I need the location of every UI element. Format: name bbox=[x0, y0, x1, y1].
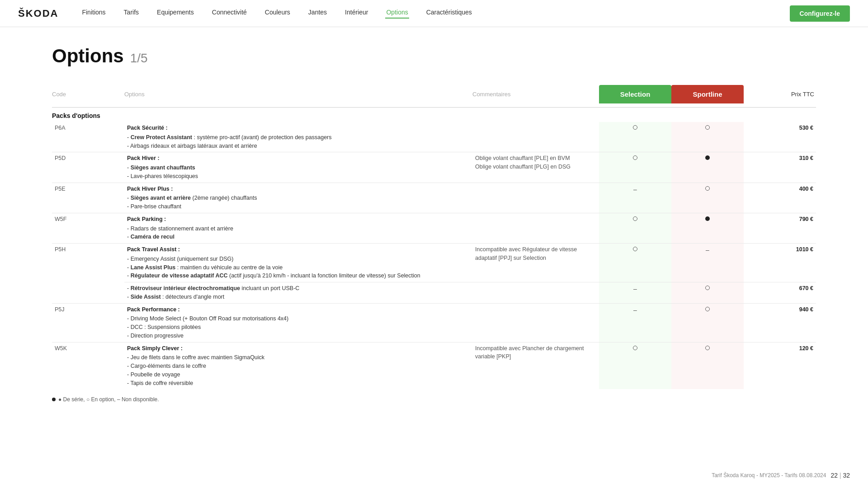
dot-empty-icon bbox=[633, 125, 637, 130]
option-item: - Pare-brise chauffant bbox=[127, 202, 470, 211]
pack-options: Pack Parking : - Radars de stationnement… bbox=[124, 213, 472, 243]
pack-commentaire bbox=[472, 122, 599, 152]
pack-commentaire bbox=[472, 183, 599, 213]
table-row: W5K Pack Simply Clever : - Jeu de filets… bbox=[52, 342, 816, 389]
pack-selection: – bbox=[599, 183, 671, 213]
pack-selection bbox=[599, 213, 671, 243]
nav-links: Finitions Tarifs Equipements Connectivit… bbox=[81, 9, 789, 19]
table-row: P5E Pack Hiver Plus : - Sièges avant et … bbox=[52, 183, 816, 213]
dot-filled-icon bbox=[705, 155, 710, 160]
col-header-prix: Prix TTC bbox=[744, 91, 816, 98]
pack-prix: 310 € bbox=[744, 152, 816, 183]
option-item: - Sièges avant et arrière (2ème rangée) … bbox=[127, 194, 470, 202]
col-header-commentaires: Commentaires bbox=[472, 91, 599, 98]
section-title-packs: Packs d'options bbox=[52, 108, 816, 122]
configurez-button[interactable]: Configurez-le bbox=[790, 5, 850, 22]
pack-options: Pack Travel Assist : - Emergency Assist … bbox=[124, 244, 472, 282]
table-header: Code Options Commentaires Selection Spor… bbox=[52, 85, 816, 108]
pack-name: Pack Hiver Plus : bbox=[127, 185, 470, 193]
nav-jantes[interactable]: Jantes bbox=[307, 9, 328, 19]
pack-name: Pack Travel Assist : bbox=[127, 245, 470, 254]
pack-selection bbox=[599, 122, 671, 152]
pack-prix: 940 € bbox=[744, 303, 816, 342]
option-item: - Cargo-éléments dans le coffre bbox=[127, 362, 470, 371]
dot-empty-icon bbox=[633, 216, 637, 221]
pack-prix: 530 € bbox=[744, 122, 816, 152]
dot-empty-icon bbox=[633, 247, 637, 251]
pack-commentaire: Incompatible avec Plancher de chargement… bbox=[472, 342, 599, 389]
nav-couleurs[interactable]: Couleurs bbox=[264, 9, 291, 19]
dash-icon: – bbox=[633, 285, 637, 292]
pack-code: P5J bbox=[52, 303, 124, 342]
pack-options: Pack Hiver Plus : - Sièges avant et arri… bbox=[124, 183, 472, 213]
dot-empty-icon bbox=[705, 186, 710, 191]
col-header-options: Options bbox=[124, 91, 472, 98]
option-item: - Crew Protect Assistant : système pro-a… bbox=[127, 133, 470, 142]
dot-empty-icon bbox=[705, 346, 710, 350]
dash-icon: – bbox=[706, 246, 709, 253]
footer-text: Tarif Škoda Karoq - MY2025 - Tarifs 08.0… bbox=[712, 472, 826, 479]
pack-commentaire bbox=[472, 303, 599, 342]
pack-name: Pack Hiver : bbox=[127, 154, 470, 163]
pack-code: P5D bbox=[52, 152, 124, 183]
pack-name: Pack Sécurité : bbox=[127, 124, 470, 132]
pack-sportline bbox=[671, 282, 744, 304]
dot-empty-icon bbox=[633, 346, 637, 350]
nav-equipements[interactable]: Equipements bbox=[156, 9, 195, 19]
pack-sportline bbox=[671, 152, 744, 183]
option-item: - DCC : Suspensions pilotées bbox=[127, 323, 470, 332]
pack-selection: – bbox=[599, 282, 671, 304]
pack-commentaire: Incompatible avec Régulateur de vitesse … bbox=[472, 244, 599, 282]
pack-sportline bbox=[671, 183, 744, 213]
pack-sportline: – bbox=[671, 244, 744, 282]
pack-options: Pack Sécurité : - Crew Protect Assistant… bbox=[124, 122, 472, 152]
pack-sportline bbox=[671, 122, 744, 152]
option-item: - Poubelle de voyage bbox=[127, 371, 470, 379]
dot-empty-icon bbox=[705, 125, 710, 130]
page-title: Options 1/5 bbox=[52, 45, 816, 67]
nav-options[interactable]: Options bbox=[385, 9, 409, 19]
dash-icon: – bbox=[633, 186, 637, 193]
option-item: - Direction progressive bbox=[127, 332, 470, 340]
option-item: - Lave-phares télescopiques bbox=[127, 172, 470, 181]
pack-sportline bbox=[671, 342, 744, 389]
table-row: W5F Pack Parking : - Radars de stationne… bbox=[52, 213, 816, 243]
option-item: - Emergency Assist (uniquement sur DSG) bbox=[127, 255, 470, 263]
nav-interieur[interactable]: Intérieur bbox=[344, 9, 369, 19]
pack-sportline bbox=[671, 303, 744, 342]
legend: ● De série, ○ En option, – Non disponibl… bbox=[0, 389, 868, 410]
table-row: P5J Pack Performance : - Driving Mode Se… bbox=[52, 303, 816, 342]
pack-prix: 400 € bbox=[744, 183, 816, 213]
pack-commentaire: Oblige volant chauffant [PLE] en BVMObli… bbox=[472, 152, 599, 183]
nav-tarifs[interactable]: Tarifs bbox=[123, 9, 140, 19]
nav-caracteristiques[interactable]: Caractéristiques bbox=[425, 9, 473, 19]
pack-selection bbox=[599, 152, 671, 183]
legend-text: ● De série, ○ En option, – Non disponibl… bbox=[58, 396, 159, 403]
pack-options: Pack Simply Clever : - Jeu de filets dan… bbox=[124, 342, 472, 389]
pack-prix: 1010 € bbox=[744, 244, 816, 282]
nav-finitions[interactable]: Finitions bbox=[81, 9, 106, 19]
dot-empty-icon bbox=[705, 286, 710, 290]
options-table: P6A Pack Sécurité : - Crew Protect Assis… bbox=[52, 122, 816, 389]
pack-code: W5F bbox=[52, 213, 124, 243]
nav-connectivite[interactable]: Connectivité bbox=[211, 9, 248, 19]
pack-selection: – bbox=[599, 303, 671, 342]
option-item: - Lane Assist Plus : maintien du véhicul… bbox=[127, 263, 470, 272]
dot-empty-icon bbox=[633, 155, 637, 160]
table-row: P6A Pack Sécurité : - Crew Protect Assis… bbox=[52, 122, 816, 152]
dot-empty-icon bbox=[705, 307, 710, 311]
pack-name: Pack Simply Clever : bbox=[127, 344, 470, 353]
option-item: - Driving Mode Select (+ Bouton Off Road… bbox=[127, 314, 470, 323]
page-title-text: Options bbox=[52, 45, 124, 67]
pack-commentaire bbox=[472, 282, 599, 304]
pack-selection bbox=[599, 342, 671, 389]
page-header: Options 1/5 bbox=[0, 27, 868, 76]
main-content: Code Options Commentaires Selection Spor… bbox=[0, 85, 868, 389]
dot-filled-icon bbox=[705, 216, 710, 221]
pack-options: - Rétroviseur intérieur électrochromatiq… bbox=[124, 282, 472, 304]
col-header-sportline: Sportline bbox=[671, 85, 744, 103]
pack-selection bbox=[599, 244, 671, 282]
pack-name: Pack Parking : bbox=[127, 215, 470, 224]
page-number: 22 | 32 bbox=[830, 472, 850, 479]
pack-options: Pack Performance : - Driving Mode Select… bbox=[124, 303, 472, 342]
